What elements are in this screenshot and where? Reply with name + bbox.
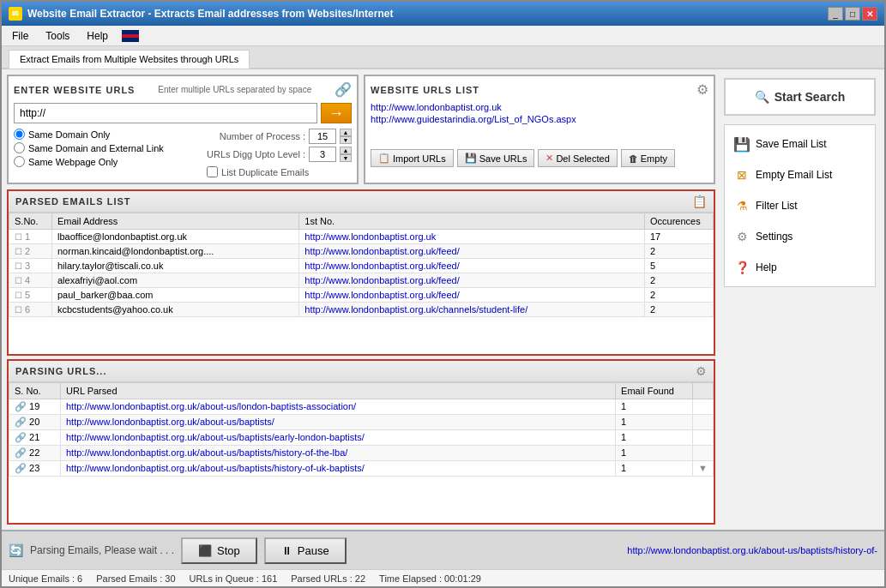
flag-icon — [122, 30, 139, 42]
filter-label: Filter List — [756, 200, 798, 212]
del-icon: ✕ — [545, 153, 553, 164]
title-bar: ✉ Website Email Extractor - Extracts Ema… — [2, 2, 884, 26]
cell-parse-num: 🔗 23 — [9, 460, 61, 476]
cell-parse-url: http://www.londonbaptist.org.uk/about-us… — [61, 460, 616, 476]
table-row[interactable]: 🔗 20 http://www.londonbaptist.org.uk/abo… — [9, 414, 714, 429]
filter-list-button[interactable]: ⚗ Filter List — [728, 190, 871, 221]
menu-help[interactable]: Help — [80, 28, 115, 44]
col-1stno: 1st No. — [299, 213, 645, 230]
cell-parse-url: http://www.londonbaptist.org.uk/about-us… — [61, 414, 616, 429]
list-duplicate-row: List Duplicate Emails — [207, 166, 352, 177]
empty-urls-button[interactable]: 🗑 Empty — [621, 149, 675, 167]
parsed-urls-stat: Parsed URLs : 22 — [291, 573, 365, 584]
table-row[interactable]: ☐ 5 paul_barker@baa.com http://www.londo… — [9, 288, 714, 303]
url-input-hint: Enter multiple URLs separated by space — [158, 85, 311, 94]
cell-count: 2 — [645, 288, 714, 303]
parsing-title: PARSING URLs... — [15, 366, 106, 376]
num-process-up[interactable]: ▲ — [340, 129, 352, 136]
search-icon: 🔍 — [755, 90, 769, 104]
cell-count: 17 — [645, 230, 714, 244]
empty-email-list-button[interactable]: ⊠ Empty Email List — [728, 159, 871, 190]
radio-same-webpage[interactable]: Same Webpage Only — [14, 156, 164, 167]
help-icon: ❓ — [733, 259, 750, 276]
help-button[interactable]: ❓ Help — [728, 252, 871, 283]
urls-digg-down[interactable]: ▼ — [340, 154, 352, 162]
col-email: Email Address — [52, 213, 299, 230]
emails-table-scroll[interactable]: S.No. Email Address 1st No. Occurences ☐… — [9, 213, 714, 354]
table-row[interactable]: ☐ 3 hilary.taylor@tiscali.co.uk http://w… — [9, 259, 714, 273]
radio-same-domain-external[interactable]: Same Domain and External Link — [14, 142, 164, 153]
menu-tools[interactable]: Tools — [39, 28, 76, 44]
radio-same-domain[interactable]: Same Domain Only — [14, 129, 164, 140]
num-process-input[interactable] — [309, 129, 336, 144]
parsing-table-scroll[interactable]: S. No. URL Parsed Email Found 🔗 19 http:… — [9, 382, 714, 524]
url-input-section: ENTER WEBSITE URLs Enter multiple URLs s… — [7, 75, 359, 184]
url-input-title: ENTER WEBSITE URLs — [14, 85, 135, 95]
table-row[interactable]: 🔗 21 http://www.londonbaptist.org.uk/abo… — [9, 429, 714, 445]
cell-parse-num: 🔗 21 — [9, 429, 61, 445]
link-icon: 🔗 — [15, 432, 27, 442]
start-search-button[interactable]: 🔍 Start Search — [724, 78, 876, 116]
import-urls-button[interactable]: 📋 Import URLs — [371, 149, 454, 167]
parsing-section: PARSING URLs... ⚙ S. No. URL Parsed Emai… — [7, 359, 715, 525]
email-checkbox-icon: ☐ — [15, 247, 22, 256]
cell-parse-found: 1 — [616, 399, 693, 414]
urls-digg-up[interactable]: ▲ — [340, 147, 352, 154]
cell-email: hilary.taylor@tiscali.co.uk — [52, 259, 299, 273]
table-row[interactable]: ☐ 2 norman.kincaid@londonbaptist.org....… — [9, 244, 714, 259]
cell-url: http://www.londonbaptist.org.uk/feed/ — [299, 259, 645, 273]
cell-count: 2 — [645, 303, 714, 317]
parsing-section-header: PARSING URLs... ⚙ — [9, 361, 714, 382]
menu-file[interactable]: File — [5, 28, 35, 44]
queue-stat: URLs in Queue : 161 — [190, 573, 278, 584]
cell-parse-found: 1 — [616, 460, 693, 476]
menu-bar: File Tools Help — [2, 26, 884, 46]
cell-parse-found: 1 — [616, 414, 693, 429]
save-urls-button[interactable]: 💾 Save URLs — [457, 149, 535, 167]
num-process-down[interactable]: ▼ — [340, 136, 352, 144]
list-item: http://www.guidestarindia.org/List_of_NG… — [371, 113, 708, 125]
table-row[interactable]: ☐ 4 alexafriyi@aol.com http://www.london… — [9, 273, 714, 288]
cell-num: ☐ 3 — [9, 259, 52, 273]
table-row[interactable]: ☐ 6 kcbcstudents@yahoo.co.uk http://www.… — [9, 303, 714, 317]
save-email-icon: 💾 — [733, 135, 750, 153]
stop-icon: ⬛ — [198, 544, 212, 557]
table-row[interactable]: 🔗 23 http://www.londonbaptist.org.uk/abo… — [9, 460, 714, 476]
url-options: Same Domain Only Same Domain and Externa… — [14, 129, 352, 177]
settings-label: Settings — [756, 231, 793, 243]
url-input[interactable] — [14, 103, 317, 123]
url-options-left: Same Domain Only Same Domain and Externa… — [14, 129, 164, 177]
url-options-right: Number of Process : ▲ ▼ URLs Digg Upto L… — [207, 129, 352, 177]
table-row[interactable]: ☐ 1 lbaoffice@londonbaptist.org.uk http:… — [9, 230, 714, 244]
table-row[interactable]: 🔗 19 http://www.londonbaptist.org.uk/abo… — [9, 399, 714, 414]
title-bar-left: ✉ Website Email Extractor - Extracts Ema… — [9, 7, 393, 21]
url-go-button[interactable]: → — [321, 103, 352, 123]
maximize-button[interactable]: □ — [845, 7, 860, 21]
urls-list-title: WEBSITE URLs LIST — [371, 85, 479, 95]
email-checkbox-icon: ☐ — [15, 276, 22, 285]
parsing-icon: ⚙ — [696, 364, 707, 378]
del-selected-button[interactable]: ✕ Del Selected — [538, 149, 617, 167]
minimize-button[interactable]: _ — [828, 7, 843, 21]
table-row[interactable]: 🔗 22 http://www.londonbaptist.org.uk/abo… — [9, 445, 714, 460]
empty-icon: 🗑 — [629, 153, 638, 164]
cell-url: http://www.londonbaptist.org.uk — [299, 230, 645, 244]
url-input-row: → — [14, 103, 352, 123]
close-button[interactable]: ✕ — [862, 7, 877, 21]
filter-icon: ⚗ — [733, 197, 750, 214]
stop-button[interactable]: ⬛ Stop — [181, 537, 257, 564]
main-content: ENTER WEBSITE URLs Enter multiple URLs s… — [2, 69, 884, 530]
urls-digg-input[interactable] — [309, 147, 336, 162]
emails-section: PARSED EMAILS LIST 📋 S.No. Email Address… — [7, 189, 715, 356]
pause-button[interactable]: ⏸ Pause — [264, 537, 347, 564]
parsing-table: S. No. URL Parsed Email Found 🔗 19 http:… — [9, 382, 714, 477]
tab-extract-emails[interactable]: Extract Emails from Multiple Websites th… — [9, 50, 250, 69]
list-duplicate-checkbox[interactable] — [207, 166, 218, 177]
help-label: Help — [756, 261, 777, 273]
right-panel: 🔍 Start Search 💾 Save Email List ⊠ Empty… — [720, 75, 879, 525]
main-window: ✉ Website Email Extractor - Extracts Ema… — [0, 0, 886, 588]
cell-parse-num: 🔗 20 — [9, 414, 61, 429]
settings-button[interactable]: ⚙ Settings — [728, 221, 871, 252]
save-email-list-button[interactable]: 💾 Save Email List — [728, 129, 871, 159]
cell-parse-url: http://www.londonbaptist.org.uk/about-us… — [61, 445, 616, 460]
